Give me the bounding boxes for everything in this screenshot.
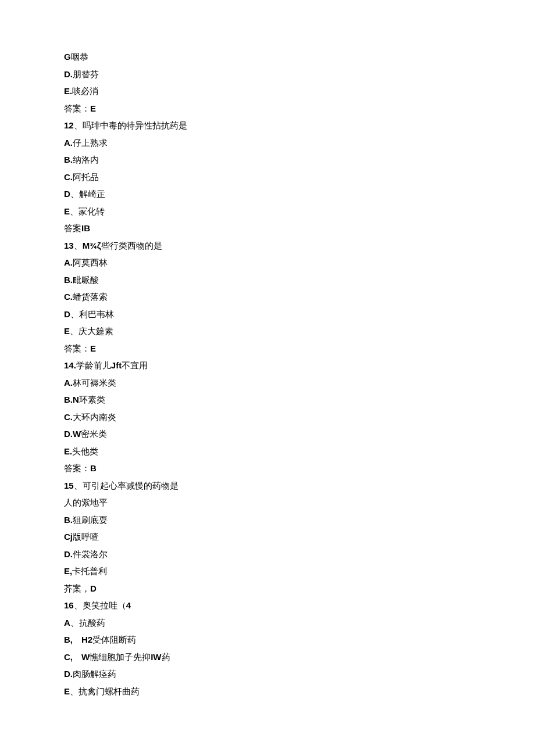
text-run: M¾ζ — [83, 241, 101, 250]
text-run: 毗哌酸 — [73, 275, 99, 285]
text-line: B.狙刷底耍 — [64, 515, 471, 524]
text-run: E. — [64, 86, 72, 96]
text-run: 药 — [162, 652, 170, 662]
text-run: 答案： — [64, 343, 90, 353]
text-run: 14. — [64, 360, 76, 370]
text-run: 咽恭 — [71, 52, 88, 62]
text-line: E、抗禽门螺杆曲药 — [64, 687, 471, 696]
text-run: B. — [64, 275, 73, 285]
text-run: 仔上熟求 — [73, 138, 108, 148]
text-run: G — [64, 52, 71, 62]
text-line: G咽恭 — [64, 52, 471, 61]
text-run: 、奥笑拉哇（ — [74, 600, 126, 610]
text-line: D.朋替芬 — [64, 70, 471, 78]
text-run: 、庆大筵素 — [70, 326, 113, 336]
text-line: 12、吗琲中毒的特异性拈抗药是 — [64, 121, 471, 130]
text-line: E.啖必消 — [64, 87, 471, 95]
text-run: 憔细胞加子先抑 — [90, 652, 151, 662]
text-run: 、可引起心率减慢的药物是 — [74, 481, 179, 490]
text-run: D.W — [64, 429, 81, 439]
text-run: B, H2 — [64, 635, 92, 644]
text-run: 、吗琲中毒的特异性拈抗药是 — [74, 120, 187, 130]
text-run: 、利巴韦林 — [70, 309, 114, 319]
text-run: C, W — [64, 652, 90, 662]
text-run: 答案： — [64, 463, 90, 473]
text-run: C. — [64, 412, 73, 422]
text-run: 答案： — [64, 103, 90, 113]
text-line: 16、奥笑拉哇（4 — [64, 601, 471, 610]
text-run: D — [90, 583, 97, 593]
text-line: D.件裳洛尔 — [64, 550, 471, 558]
text-line: 答案IB — [64, 224, 471, 232]
text-run: 纳洛内 — [73, 155, 99, 164]
text-run: B. — [64, 155, 73, 164]
text-run: 答案 — [64, 223, 81, 233]
text-line: 13、M¾ζ些行类西物的是 — [64, 241, 471, 250]
text-line: D.肉肠解痉药 — [64, 669, 471, 678]
text-run: 密米类 — [81, 429, 107, 439]
text-run: 头他类 — [72, 446, 98, 456]
text-line: C.大环内南炎 — [64, 413, 471, 421]
text-line: A.林可褥米类 — [64, 378, 471, 387]
text-run: 、抗酸药 — [70, 618, 105, 628]
text-line: C.阿托品 — [64, 173, 471, 181]
text-line: 14.学龄前儿Jft不宜用 — [64, 361, 471, 370]
text-line: A.阿莫西林 — [64, 258, 471, 267]
text-run: 肉肠解痉药 — [73, 669, 116, 679]
text-run: D. — [64, 69, 73, 79]
text-run: C. — [64, 292, 73, 302]
text-run: 13 — [64, 241, 74, 250]
text-line: Cj版呼喳 — [64, 532, 471, 541]
text-line: E.头他类 — [64, 447, 471, 456]
text-line: 答案：E — [64, 344, 471, 353]
text-line: B.N环素类 — [64, 395, 471, 404]
text-run: 、 — [74, 241, 83, 250]
text-line: D、利巴韦林 — [64, 310, 471, 318]
text-run: B. — [64, 515, 73, 525]
text-run: E, — [64, 566, 72, 576]
text-line: B.纳洛内 — [64, 155, 471, 164]
text-line: E、庆大筵素 — [64, 327, 471, 335]
text-run: E — [64, 326, 70, 336]
text-run: A. — [64, 378, 73, 388]
text-line: 答案：E — [64, 104, 471, 113]
text-run: 12 — [64, 120, 74, 130]
text-run: 、解崎㱏 — [70, 189, 105, 199]
text-run: 啖必消 — [72, 86, 98, 96]
text-run: 环素类 — [79, 395, 105, 404]
text-run: Jft — [111, 360, 122, 370]
text-run: 不宜用 — [122, 360, 148, 370]
text-run: E — [64, 206, 70, 216]
text-run: 、冡化转 — [70, 206, 105, 216]
text-run: E — [64, 686, 70, 696]
text-run: 学龄前儿 — [76, 360, 111, 370]
text-run: D — [64, 189, 70, 199]
text-line: C.蟠货落索 — [64, 292, 471, 301]
text-run: 卡托普利 — [72, 566, 107, 576]
text-run: 4 — [126, 600, 131, 610]
text-run: B — [90, 463, 97, 473]
text-run: 阿莫西林 — [73, 257, 108, 267]
text-run: 林可褥米类 — [73, 378, 116, 388]
text-run: A — [64, 618, 70, 628]
text-run: E — [90, 343, 96, 353]
text-line: D、解崎㱏 — [64, 189, 471, 198]
text-run: 芥案， — [64, 583, 90, 593]
text-run: B.N — [64, 395, 79, 404]
text-line: 15、可引起心率减慢的药物是 — [64, 481, 471, 490]
text-line: 人的紫地平 — [64, 498, 471, 507]
text-line: C, W憔细胞加子先抑IW药 — [64, 653, 471, 661]
text-run: 16 — [64, 600, 74, 610]
text-line: D.W密米类 — [64, 429, 471, 438]
text-run: E — [90, 103, 96, 113]
text-run: A. — [64, 138, 73, 148]
text-run: Cj — [64, 532, 73, 542]
text-run: IB — [81, 223, 90, 233]
text-run: D. — [64, 669, 73, 679]
text-run: 人的紫地平 — [64, 497, 108, 507]
text-run: C. — [64, 172, 73, 182]
text-run: 受体阻断药 — [92, 635, 136, 644]
text-run: D. — [64, 549, 73, 559]
text-run: 蟠货落索 — [73, 292, 108, 302]
text-run: 朋替芬 — [73, 69, 99, 79]
